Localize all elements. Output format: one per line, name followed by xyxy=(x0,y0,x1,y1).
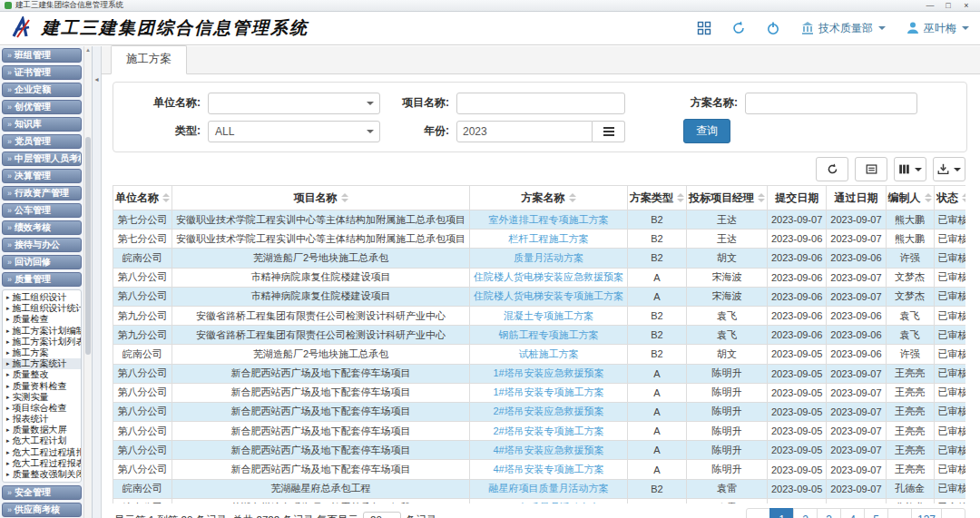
project-name-input[interactable] xyxy=(456,93,625,114)
plan-link[interactable]: 2#塔吊安装应急救援预案 xyxy=(493,406,603,416)
column-header[interactable]: 单位名称 xyxy=(113,186,172,210)
sidebar-submenu: ▸施工组织设计▸施工组织设计统计▸质量检查▸施工方案计划编制▸施工方案计划列表▸… xyxy=(2,289,82,483)
sidebar-subitem[interactable]: ▸施工方案统计 xyxy=(3,358,81,369)
page-button[interactable]: 4 xyxy=(840,508,865,518)
plan-link[interactable]: 4#塔吊安装专项施工方案 xyxy=(493,464,603,474)
sidebar-subitem[interactable]: ▸施工组织设计 xyxy=(3,292,81,303)
sidebar-subitem[interactable]: ▸质量整改 xyxy=(3,369,81,380)
column-header[interactable]: 项目名称 xyxy=(172,186,470,210)
plan-link[interactable]: 混凝土专项施工方案 xyxy=(504,310,593,321)
plan-link[interactable]: 住院楼人货电梯安装应急救援预案 xyxy=(474,271,623,282)
refresh-table-button[interactable] xyxy=(816,157,848,181)
toggle-view-button[interactable] xyxy=(855,157,887,181)
sidebar-item[interactable]: »供应商考核 xyxy=(2,503,82,517)
cell: 芜湖造船厂2号地块施工总承包 xyxy=(172,249,470,268)
sidebar-scrollbar[interactable]: ▲ xyxy=(83,46,92,518)
prev-page-button[interactable]: ‹ xyxy=(746,508,770,518)
page-button[interactable]: 137 xyxy=(911,508,942,518)
sidebar-subitem[interactable]: ▸施工方案计划列表 xyxy=(3,337,81,347)
page-button[interactable]: 3 xyxy=(817,508,841,518)
maximize-button[interactable]: □ xyxy=(939,1,957,10)
column-header[interactable]: 提交日期 xyxy=(768,186,827,210)
sidebar-item[interactable]: »决算管理 xyxy=(2,169,82,183)
export-button[interactable] xyxy=(933,157,965,181)
sidebar-item[interactable]: »知识库 xyxy=(2,117,82,132)
unit-name-select[interactable] xyxy=(208,93,380,114)
collapse-sidebar-icon[interactable]: ◂ xyxy=(93,75,101,83)
plan-link[interactable]: 4#塔吊安装应急救援预案 xyxy=(493,445,603,455)
sidebar-item[interactable]: »回访回修 xyxy=(2,255,82,269)
scrollbar-thumb[interactable] xyxy=(85,137,91,355)
sidebar-item[interactable]: »质量管理 xyxy=(2,272,82,287)
refresh-icon[interactable] xyxy=(731,21,746,35)
sidebar-subitem[interactable]: ▸施工方案计划编制 xyxy=(3,326,81,337)
plan-link[interactable]: 试桩施工方案 xyxy=(519,348,579,359)
plan-link[interactable]: 栏杆工程施工方案 xyxy=(509,233,589,244)
type-select[interactable]: ALL xyxy=(208,121,380,142)
sidebar-subitem[interactable]: ▸危大工程过程报表 xyxy=(3,458,81,469)
column-header[interactable]: 方案名称 xyxy=(470,186,628,210)
sidebar-item[interactable]: »班组管理 xyxy=(2,48,82,63)
sidebar-subitem[interactable]: ▸施工方案 xyxy=(3,347,81,358)
sidebar-item[interactable]: »绩效考核 xyxy=(2,220,82,235)
sidebar-subitem[interactable]: ▸危大工程过程填报 xyxy=(3,447,81,458)
sidebar-item[interactable]: »党员管理 xyxy=(2,134,82,149)
column-header[interactable]: 方案类型 xyxy=(628,186,687,210)
plan-link[interactable]: 住院楼人货电梯安装专项施工方案 xyxy=(474,290,623,301)
triangle-icon: ▸ xyxy=(6,314,10,325)
column-header[interactable]: 状态 xyxy=(934,186,965,210)
plan-link[interactable]: 融星府项目质量月活动方案 xyxy=(489,483,609,494)
cell: 4#塔吊安装专项施工方案 xyxy=(470,460,628,479)
sidebar-item[interactable]: »企业定额 xyxy=(2,83,82,97)
sidebar-subitem[interactable]: ▸项目综合检查 xyxy=(3,403,81,414)
cell: 芜湖融星府总承包工程 xyxy=(172,479,470,498)
sidebar-item[interactable]: »证书管理 xyxy=(2,65,82,80)
scroll-up-icon[interactable]: ▲ xyxy=(84,46,92,54)
sidebar-item[interactable]: »安全管理 xyxy=(2,485,82,500)
minimize-button[interactable]: — xyxy=(921,1,939,10)
department-menu[interactable]: 技术质量部 xyxy=(800,21,886,36)
apps-grid-icon[interactable] xyxy=(697,21,711,35)
column-header[interactable]: 通过日期 xyxy=(827,186,886,210)
year-picker-button[interactable] xyxy=(593,121,625,142)
column-header[interactable]: 编制人 xyxy=(886,186,934,210)
page-button[interactable]: 1 xyxy=(769,508,794,518)
page-button[interactable]: 2 xyxy=(793,508,818,518)
sidebar-subitem[interactable]: ▸质量整改强制关闭 xyxy=(3,469,81,480)
sidebar-item[interactable]: »公车管理 xyxy=(2,203,82,218)
plan-link[interactable]: 质量月活动方案 xyxy=(514,252,583,263)
cell: 胡文 xyxy=(687,345,768,364)
cell: 已审核 xyxy=(934,441,965,460)
sidebar-item[interactable]: »中层管理人员考核 xyxy=(2,151,82,166)
page-button[interactable]: 5 xyxy=(864,508,888,518)
sidebar-subitem[interactable]: ▸实测实量 xyxy=(3,392,81,403)
sidebar-subitem[interactable]: ▸质量资料检查 xyxy=(3,381,81,392)
next-page-button[interactable]: › xyxy=(941,508,965,518)
page-button[interactable]: ... xyxy=(887,508,912,518)
close-button[interactable]: × xyxy=(957,1,975,10)
year-input[interactable] xyxy=(456,121,593,142)
page-size-select[interactable]: 20 xyxy=(363,512,401,518)
column-header[interactable]: 投标项目经理 xyxy=(687,186,768,210)
power-icon[interactable] xyxy=(766,21,780,35)
columns-button[interactable] xyxy=(894,157,926,181)
plan-link[interactable]: 2#塔吊安装专项施工方案 xyxy=(493,425,603,436)
cell: 2023-09-07 xyxy=(827,268,886,287)
sidebar-item[interactable]: »创优管理 xyxy=(2,100,82,114)
sidebar-item[interactable]: »接待与办公 xyxy=(2,238,82,252)
sidebar-subitem[interactable]: ▸施工组织设计统计 xyxy=(3,303,81,314)
sidebar-item[interactable]: »行政资产管理 xyxy=(2,186,82,200)
sidebar-subitem[interactable]: ▸质量数据大屏 xyxy=(3,425,81,435)
plan-link[interactable]: 2023年质量月活动方案 xyxy=(497,502,599,503)
plan-link[interactable]: 1#塔吊安装专项施工方案 xyxy=(493,386,603,397)
user-menu[interactable]: 巫叶梅 xyxy=(906,21,969,36)
tab-construction-plan[interactable]: 施工方案 xyxy=(111,45,187,74)
sidebar-subitem[interactable]: ▸质量检查 xyxy=(3,314,81,325)
sidebar-subitem[interactable]: ▸危大工程计划 xyxy=(3,435,81,446)
plan-link[interactable]: 室外道排工程专项施工方案 xyxy=(489,214,609,225)
sidebar-subitem[interactable]: ▸报表统计 xyxy=(3,414,81,425)
plan-name-input[interactable] xyxy=(745,93,917,114)
search-button[interactable]: 查询 xyxy=(683,119,730,143)
plan-link[interactable]: 钢筋工程专项施工方案 xyxy=(499,329,599,340)
plan-link[interactable]: 1#塔吊安装应急救援预案 xyxy=(493,367,603,378)
